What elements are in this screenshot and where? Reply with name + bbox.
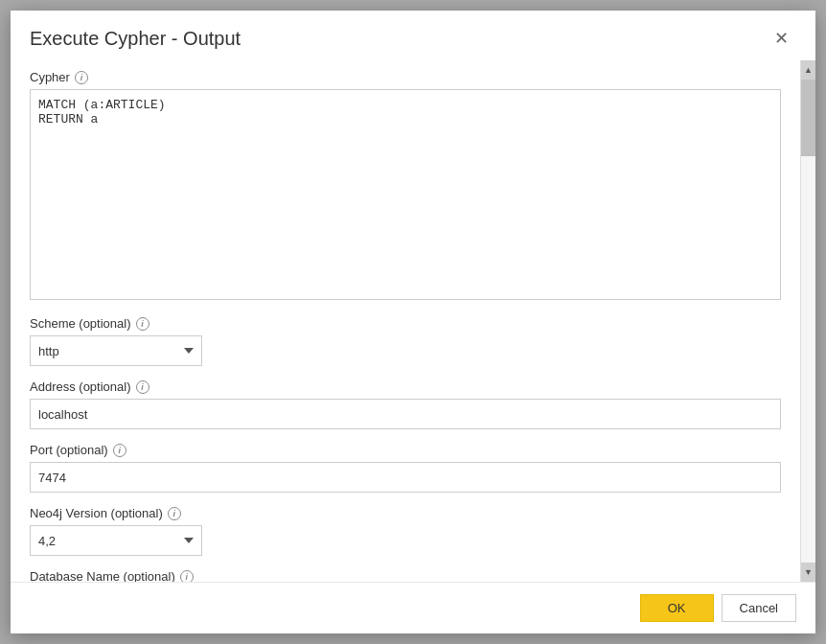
scheme-select[interactable]: http https bbox=[30, 335, 202, 366]
scroll-up-button[interactable]: ▲ bbox=[801, 60, 816, 80]
scheme-select-wrapper: http https bbox=[30, 335, 202, 366]
neo4j-version-info-icon[interactable]: i bbox=[168, 507, 181, 520]
scroll-down-button[interactable]: ▼ bbox=[801, 563, 816, 582]
cancel-button[interactable]: Cancel bbox=[722, 594, 796, 622]
database-name-field-group: Database Name (optional) i bbox=[30, 569, 781, 582]
cypher-textarea[interactable]: MATCH (a:ARTICLE) RETURN a bbox=[30, 89, 781, 300]
dialog: Execute Cypher - Output ✕ Cypher i MATCH… bbox=[11, 11, 815, 633]
cypher-info-icon[interactable]: i bbox=[75, 71, 88, 84]
scheme-label: Scheme (optional) i bbox=[30, 316, 781, 331]
scrollbar: ▲ ▼ bbox=[800, 60, 815, 582]
port-label: Port (optional) i bbox=[30, 443, 781, 457]
neo4j-version-field-group: Neo4j Version (optional) i 4,2 3.x 4.x bbox=[30, 506, 781, 556]
neo4j-version-label: Neo4j Version (optional) i bbox=[30, 506, 781, 520]
address-field-group: Address (optional) i bbox=[30, 380, 781, 429]
scroll-thumb[interactable] bbox=[801, 80, 815, 156]
ok-button[interactable]: OK bbox=[640, 594, 714, 622]
port-input[interactable] bbox=[30, 462, 781, 493]
dialog-header: Execute Cypher - Output ✕ bbox=[11, 11, 815, 60]
scroll-track bbox=[801, 80, 815, 563]
neo4j-version-select-wrapper: 4,2 3.x 4.x bbox=[30, 525, 202, 556]
port-info-icon[interactable]: i bbox=[113, 444, 126, 457]
database-name-label: Database Name (optional) i bbox=[30, 569, 781, 582]
dialog-title: Execute Cypher - Output bbox=[30, 28, 241, 50]
dialog-footer: OK Cancel bbox=[11, 582, 815, 633]
scheme-info-icon[interactable]: i bbox=[136, 317, 149, 331]
close-button[interactable]: ✕ bbox=[767, 26, 796, 51]
address-input[interactable] bbox=[30, 399, 781, 429]
address-info-icon[interactable]: i bbox=[136, 380, 149, 394]
cypher-field-group: Cypher i MATCH (a:ARTICLE) RETURN a bbox=[30, 70, 781, 303]
cypher-label: Cypher i bbox=[30, 70, 781, 84]
port-field-group: Port (optional) i bbox=[30, 443, 781, 493]
address-label: Address (optional) i bbox=[30, 380, 781, 394]
scheme-field-group: Scheme (optional) i http https bbox=[30, 316, 781, 366]
dialog-overlay: Execute Cypher - Output ✕ Cypher i MATCH… bbox=[0, 0, 826, 644]
dialog-body: Cypher i MATCH (a:ARTICLE) RETURN a Sche… bbox=[11, 60, 815, 582]
content-area: Cypher i MATCH (a:ARTICLE) RETURN a Sche… bbox=[11, 60, 800, 582]
database-name-info-icon[interactable]: i bbox=[180, 570, 194, 583]
neo4j-version-select[interactable]: 4,2 3.x 4.x bbox=[30, 525, 202, 556]
